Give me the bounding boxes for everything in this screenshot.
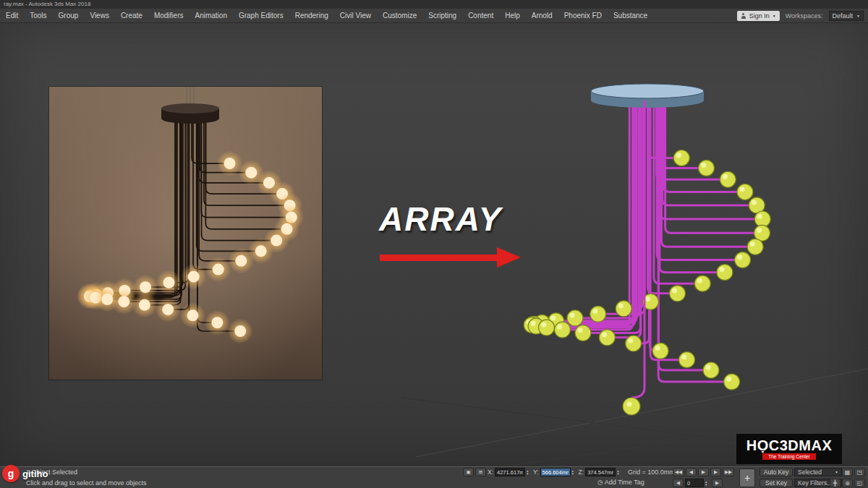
hoc3dmax-logo-title: HỌC3DMAX: [746, 438, 832, 453]
set-key-button[interactable]: Set Key: [760, 479, 793, 487]
viewport-layouts-icon[interactable]: ▦: [842, 468, 853, 476]
menu-bar: Edit Tools Group Views Create Modifiers …: [0, 9, 868, 23]
menu-substance[interactable]: Substance: [608, 9, 653, 23]
menu-views[interactable]: Views: [84, 9, 115, 23]
menu-group[interactable]: Group: [53, 9, 85, 23]
add-time-tag-button[interactable]: Add Time Tag: [605, 479, 644, 486]
reference-photo-image: [49, 87, 322, 380]
chandelier-3d-model-render: [503, 80, 785, 434]
menu-arnold[interactable]: Arnold: [526, 9, 558, 23]
sign-in-label: Sign In: [749, 12, 770, 20]
menu-graph-editors[interactable]: Graph Editors: [233, 9, 289, 23]
viewport-nav-icons: ╋ ⊕ ◱: [830, 479, 865, 487]
status-bar: 1 Object Selected ▣ ⊞ X: ▴▾ Y: ▴▾ Z: ▴▾ …: [0, 466, 868, 488]
menu-help[interactable]: Help: [499, 9, 526, 23]
current-frame-field[interactable]: [685, 479, 704, 487]
frame-controls: ◀ ▴▾ ▶: [673, 479, 723, 487]
reference-photo[interactable]: [49, 87, 322, 380]
play-button[interactable]: ▶: [698, 468, 709, 476]
3dsmax-window: ray.max - Autodesk 3ds Max 2018 Edit Too…: [0, 0, 868, 488]
sign-in-button[interactable]: Sign In ▼: [737, 11, 780, 21]
maximize-viewport-icon[interactable]: ◱: [854, 479, 865, 487]
gitiho-logo-text: gitiho: [22, 468, 48, 479]
z-spinner[interactable]: ▴▾: [617, 469, 622, 475]
workspaces-dropdown[interactable]: Default ▼: [829, 11, 864, 21]
auto-key-cluster: Auto Key Selected ▼: [760, 468, 842, 476]
menu-content[interactable]: Content: [462, 9, 499, 23]
auto-key-button[interactable]: Auto Key: [760, 468, 793, 476]
menu-scripting[interactable]: Scripting: [422, 9, 462, 23]
frame-forward-button[interactable]: ▶: [712, 479, 723, 487]
menu-animation[interactable]: Animation: [189, 9, 232, 23]
menu-edit[interactable]: Edit: [0, 9, 24, 23]
go-to-end-button[interactable]: ▶▶: [723, 468, 734, 476]
selection-lock-toggle[interactable]: ▣: [463, 468, 474, 476]
menu-modifiers[interactable]: Modifiers: [148, 9, 190, 23]
set-keys-button[interactable]: +: [739, 468, 755, 487]
z-coordinate-field[interactable]: [585, 468, 616, 476]
selection-filter-dropdown[interactable]: Selected ▼: [794, 468, 842, 476]
menu-customize[interactable]: Customize: [377, 9, 422, 23]
chevron-down-icon: ▼: [835, 470, 838, 474]
clock-icon: ◷: [597, 479, 603, 486]
x-coordinate-field[interactable]: [495, 468, 525, 476]
next-frame-button[interactable]: ▶: [710, 468, 721, 476]
menu-create[interactable]: Create: [115, 9, 148, 23]
z-label: Z:: [579, 468, 584, 476]
gitiho-logo-icon: g: [2, 465, 20, 482]
gitiho-watermark: g gitiho: [2, 465, 48, 482]
zoom-icon[interactable]: ⊕: [842, 479, 853, 487]
status-row-2: Click and drag to select and move object…: [0, 478, 868, 488]
menu-rendering[interactable]: Rendering: [289, 9, 334, 23]
x-spinner[interactable]: ▴▾: [527, 469, 532, 475]
chevron-down-icon: ▼: [856, 14, 860, 18]
maximize-window-icon[interactable]: ◳: [854, 468, 865, 476]
array-annotation: ARRAY: [379, 200, 502, 239]
grid-readout: Grid = 100.0mm: [628, 468, 675, 476]
menu-tools[interactable]: Tools: [24, 9, 52, 23]
titlebar: ray.max - Autodesk 3ds Max 2018: [0, 0, 868, 9]
red-arrow: [380, 254, 497, 261]
pan-icon[interactable]: ╋: [830, 479, 841, 487]
y-label: Y:: [533, 468, 539, 476]
time-tag: ◷ Add Time Tag: [597, 479, 644, 486]
workspaces-label: Workspaces:: [786, 12, 823, 20]
user-icon: [741, 13, 746, 19]
frame-spinner[interactable]: ▴▾: [705, 480, 710, 486]
ui-layout-icons-1: ▦ ◳: [842, 468, 865, 476]
viewport[interactable]: ARRAY HỌC3DMAX The Training Center: [0, 23, 868, 466]
chevron-down-icon: ▼: [773, 14, 776, 18]
hoc3dmax-logo: HỌC3DMAX The Training Center: [736, 434, 842, 464]
absolute-mode-toggle[interactable]: ⊞: [475, 468, 486, 476]
hoc3dmax-logo-subtitle: The Training Center: [762, 453, 815, 460]
frame-back-button[interactable]: ◀: [673, 479, 684, 487]
y-spinner[interactable]: ▴▾: [572, 469, 577, 475]
playback-controls: ◀◀ ◀ ▶ ▶ ▶▶: [673, 468, 734, 476]
chandelier-3d-model[interactable]: [503, 80, 785, 434]
window-title: ray.max - Autodesk 3ds Max 2018: [4, 1, 90, 7]
y-coordinate-field[interactable]: [540, 468, 571, 476]
status-row-1: 1 Object Selected ▣ ⊞ X: ▴▾ Y: ▴▾ Z: ▴▾ …: [0, 467, 868, 478]
menu-phoenix-fd[interactable]: Phoenix FD: [558, 9, 608, 23]
menu-civil-view[interactable]: Civil View: [334, 9, 377, 23]
x-label: X:: [488, 468, 493, 476]
go-to-start-button[interactable]: ◀◀: [673, 468, 684, 476]
transform-coords: ▣ ⊞ X: ▴▾ Y: ▴▾ Z: ▴▾: [463, 468, 622, 476]
workspaces-value: Default: [833, 12, 854, 20]
previous-frame-button[interactable]: ◀: [686, 468, 697, 476]
